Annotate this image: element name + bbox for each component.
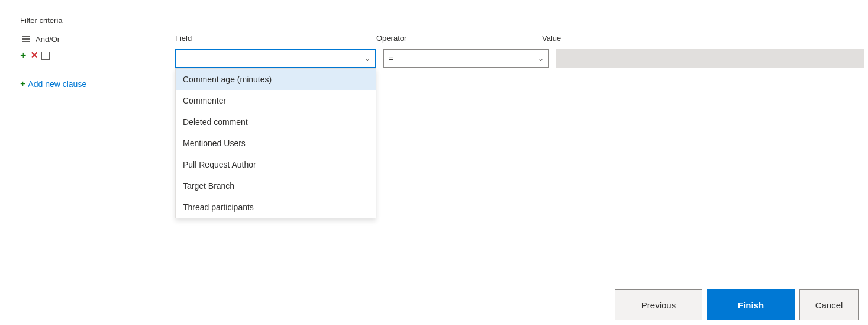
dropdown-item-commenter[interactable]: Commenter: [176, 90, 376, 111]
svg-rect-1: [22, 38, 30, 40]
previous-button[interactable]: Previous: [615, 289, 702, 320]
remove-row-button[interactable]: ✕: [30, 51, 38, 60]
list-icon[interactable]: [20, 33, 32, 45]
add-row-button[interactable]: +: [20, 50, 27, 61]
dropdown-item-mentioned-users[interactable]: Mentioned Users: [176, 133, 376, 154]
add-new-clause-button[interactable]: + Add new clause: [20, 79, 86, 89]
row-controls: + ✕: [20, 50, 50, 61]
toolbar-row: And/Or: [20, 33, 60, 45]
dropdown-item-target-branch[interactable]: Target Branch: [176, 175, 376, 197]
operator-dropdown-value: =: [389, 54, 393, 63]
svg-rect-2: [22, 41, 30, 42]
field-dropdown[interactable]: ⌄: [175, 49, 376, 68]
operator-dropdown-chevron-icon: ⌄: [538, 54, 544, 63]
operator-dropdown[interactable]: = ⌄: [383, 49, 549, 68]
finish-button[interactable]: Finish: [707, 289, 795, 320]
column-headers: Field Operator Value: [175, 34, 850, 43]
page-container: Filter criteria And/Or + ✕ + Add new cla…: [0, 0, 868, 325]
dropdown-item-thread-participants[interactable]: Thread participants: [176, 197, 376, 218]
dropdown-item-comment-age[interactable]: Comment age (minutes): [176, 69, 376, 90]
value-field[interactable]: [556, 49, 864, 68]
cancel-button[interactable]: Cancel: [799, 289, 859, 320]
field-dropdown-menu: Comment age (minutes) Commenter Deleted …: [175, 68, 376, 218]
add-clause-label: Add new clause: [28, 79, 86, 89]
filter-criteria-label: Filter criteria: [20, 16, 63, 25]
field-column-header: Field: [175, 34, 376, 43]
field-dropdown-chevron-icon: ⌄: [364, 54, 370, 63]
dropdown-item-pull-request-author[interactable]: Pull Request Author: [176, 154, 376, 175]
operator-column-header: Operator: [376, 34, 542, 43]
and-or-label: And/Or: [36, 35, 60, 44]
add-clause-plus-icon: +: [20, 79, 25, 89]
bottom-buttons: Previous Finish Cancel: [615, 289, 859, 320]
row-checkbox[interactable]: [41, 52, 50, 60]
dropdown-item-deleted-comment[interactable]: Deleted comment: [176, 111, 376, 133]
value-column-header: Value: [542, 34, 850, 43]
svg-rect-0: [22, 36, 30, 37]
